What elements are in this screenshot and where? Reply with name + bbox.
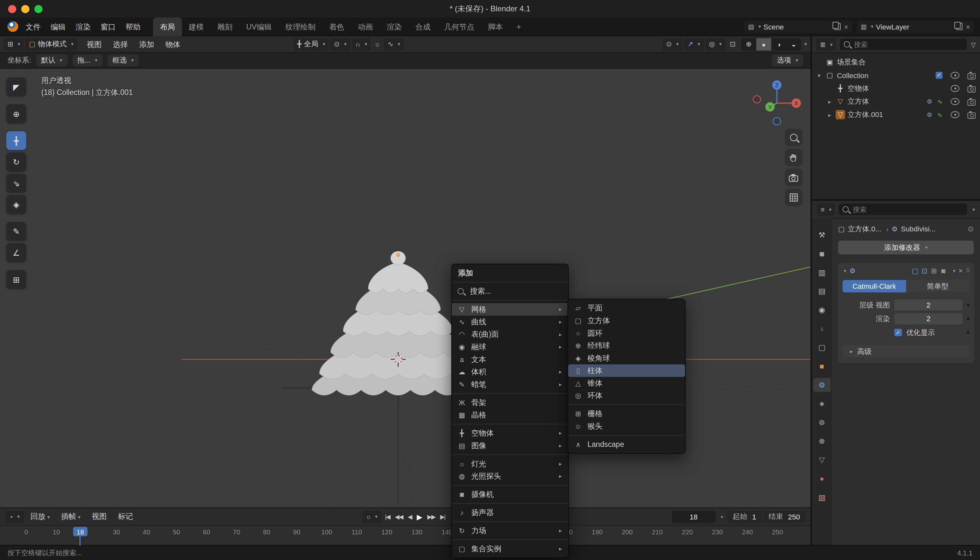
snap-dropdown[interactable]: ∩ ▾ <box>352 38 371 50</box>
pan-button[interactable] <box>785 149 802 166</box>
tool-measure[interactable]: ∠ <box>6 243 26 262</box>
tool-scale[interactable]: ⇘ <box>6 174 26 192</box>
properties-tab-material[interactable]: ● <box>813 472 831 485</box>
properties-tab-physics[interactable]: ⊚ <box>813 415 831 429</box>
add-menu-item-collection-instance[interactable]: ▢集合实例▸ <box>452 542 568 555</box>
workspace-tab-geometry-nodes[interactable]: 几何节点 <box>437 17 481 36</box>
viewport-3d[interactable]: 用户透视 (18) Collection | 立方体.001 ◤⊕╋↻⇘◈✎∠⊞… <box>0 69 810 508</box>
mesh-menu-item-monkey[interactable]: ☺猴头 <box>568 420 685 433</box>
auto-keying-button[interactable]: ○ ▾ <box>363 510 381 523</box>
mode-dropdown[interactable]: ▢ 物体模式 ▾ <box>25 38 77 50</box>
viewlayer-selector[interactable]: ▥ ▾ ViewLayer × <box>857 20 974 33</box>
add-menu-item-surface[interactable]: ◠表(曲)面▸ <box>452 328 568 341</box>
visibility-eye-icon[interactable] <box>950 98 959 105</box>
unlink-scene-button[interactable]: × <box>844 23 848 30</box>
add-menu-item-text[interactable]: a文本 <box>452 353 568 366</box>
ruler-frame-220[interactable]: 220 <box>682 528 693 536</box>
outliner-row-collection[interactable]: ▾▢Collection✓ <box>812 69 980 82</box>
ruler-frame-50[interactable]: 50 <box>173 528 180 536</box>
ruler-frame-110[interactable]: 110 <box>352 528 362 536</box>
workspace-tab-layout[interactable]: 布局 <box>153 17 182 36</box>
properties-search-input[interactable] <box>839 204 967 215</box>
animate-dot[interactable] <box>967 331 969 334</box>
render-camera-icon[interactable] <box>967 86 975 92</box>
render-camera-icon[interactable] <box>967 99 975 105</box>
simple-button[interactable]: 简单型 <box>906 280 969 293</box>
drag-field[interactable]: 拖... ▾ <box>72 55 102 67</box>
levels-viewport-field[interactable]: 2 <box>895 300 962 311</box>
playhead-badge[interactable]: 18 <box>73 527 88 536</box>
extras-icon[interactable]: ▾ <box>953 268 955 273</box>
animate-dot[interactable] <box>967 304 969 306</box>
axis-neg-x[interactable] <box>753 96 761 103</box>
options-dropdown[interactable]: 选项 ▾ <box>772 55 803 67</box>
object-visibility-dropdown[interactable]: ⊙ ▾ <box>662 38 682 50</box>
mesh-menu-item-landscape[interactable]: ∧Landscape <box>568 438 685 451</box>
properties-tab-object[interactable]: ■ <box>813 359 831 373</box>
ruler-frame-80[interactable]: 80 <box>263 528 271 536</box>
ruler-frame-60[interactable]: 60 <box>203 528 210 536</box>
timeline-menu-view[interactable]: 视图 <box>86 507 112 526</box>
ruler-frame-230[interactable]: 230 <box>712 528 723 536</box>
playback-previous-keyframe[interactable]: ◀◀ <box>392 510 405 523</box>
properties-tab-particles[interactable]: ∗ <box>813 397 831 411</box>
breadcrumb-modifier[interactable]: Subdivisi... <box>901 225 936 232</box>
tool-add-cube[interactable]: ⊞ <box>6 270 26 289</box>
timeline-menu-keying[interactable]: 插帧▾ <box>55 507 86 526</box>
new-scene-button[interactable] <box>834 23 840 30</box>
outliner-search-input[interactable] <box>840 39 967 50</box>
tool-annotate[interactable]: ✎ <box>6 222 26 241</box>
mesh-menu-item-circle[interactable]: ○圆环 <box>568 327 685 340</box>
ruler-frame-200[interactable]: 200 <box>622 528 633 536</box>
tool-select-box[interactable]: ◤ <box>6 77 26 96</box>
menu-edit[interactable]: 编辑 <box>46 17 71 36</box>
expander-icon[interactable]: ▸ <box>827 112 833 118</box>
modifier-toggle-realtime[interactable]: ⊡ <box>920 267 929 275</box>
ruler-frame-190[interactable]: 190 <box>592 528 603 536</box>
workspace-tab-sculpting[interactable]: 雕刻 <box>211 17 240 36</box>
navigation-gizmo[interactable]: Z Y X <box>752 77 801 126</box>
ruler-frame-250[interactable]: 250 <box>772 528 783 536</box>
tool-move[interactable]: ╋ <box>6 131 26 150</box>
workspace-tab-uv-editing[interactable]: UV编辑 <box>240 17 279 36</box>
properties-tab-texture[interactable]: ▨ <box>813 491 831 504</box>
visibility-eye-icon[interactable] <box>950 72 959 79</box>
properties-tab-object-data[interactable]: ▽ <box>813 453 831 467</box>
drag-handle-icon[interactable]: ⠿ <box>966 267 970 273</box>
proportional-editing-toggle[interactable]: ○ <box>372 38 382 50</box>
menu-window[interactable]: 窗口 <box>96 17 120 36</box>
workspace-tab-scripting[interactable]: 脚本 <box>481 17 510 36</box>
overlays-dropdown[interactable]: ◎ ▾ <box>705 38 726 50</box>
expander-icon[interactable]: ▸ <box>827 98 833 105</box>
visibility-eye-icon[interactable] <box>950 85 959 92</box>
properties-tab-scene[interactable]: ◉ <box>813 303 831 317</box>
properties-tab-view-layer[interactable]: ▤ <box>813 284 831 298</box>
ruler-frame-210[interactable]: 210 <box>652 528 663 536</box>
ruler-frame-120[interactable]: 120 <box>382 528 392 536</box>
frame-start-field[interactable]: 起始 1 <box>727 510 762 523</box>
outliner-editor-button[interactable]: ≣ ▾ <box>816 38 837 51</box>
orientation-field[interactable]: 默认 ▾ <box>36 55 67 67</box>
zoom-button[interactable] <box>785 129 802 146</box>
outliner-row-cube-001[interactable]: ▸▽立方体.001⚙∿ <box>812 108 980 121</box>
ruler-frame-40[interactable]: 40 <box>143 528 150 536</box>
tool-rotate[interactable]: ↻ <box>6 153 26 172</box>
menu-help[interactable]: 帮助 <box>120 17 145 36</box>
mesh-menu-item-ico-sphere[interactable]: ◈棱角球 <box>568 352 685 365</box>
ruler-frame-30[interactable]: 30 <box>113 528 120 536</box>
shading-options-icon[interactable]: ▾ <box>804 41 807 47</box>
playback-jump-to-start[interactable]: |◀ <box>382 510 392 523</box>
playback-play-reverse[interactable]: ◀ <box>405 510 415 523</box>
add-menu-item-image[interactable]: ▤图像▸ <box>452 440 568 452</box>
properties-tab-tool[interactable]: ⚒ <box>813 228 831 242</box>
catmull-clark-button[interactable]: Catmull-Clark <box>843 280 906 293</box>
outliner-row-cube[interactable]: ▸▽立方体⚙∿ <box>812 95 980 108</box>
breadcrumb-object[interactable]: 立方体.0... <box>848 224 882 233</box>
outliner-row-scene-collection[interactable]: ▣场景集合 <box>812 56 980 69</box>
workspace-tab-animation[interactable]: 动画 <box>351 17 380 36</box>
mesh-menu-item-grid[interactable]: ⊞栅格 <box>568 407 685 420</box>
modifier-toggle-edit-mode[interactable]: ▢ <box>910 267 920 275</box>
ruler-frame-70[interactable]: 70 <box>233 528 240 536</box>
modifier-panel-header[interactable]: ▾ ⚙ ▢⊡⊞◙ ▾ × ⠿ <box>837 262 974 279</box>
add-menu-item-light-probe[interactable]: ◍光照探头▸ <box>452 470 568 483</box>
